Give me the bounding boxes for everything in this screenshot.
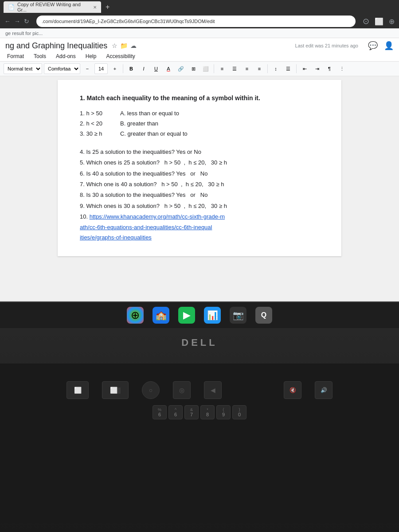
font-size-input[interactable] (94, 63, 108, 74)
question-6: 6. Is 40 a solution to the inequalities?… (80, 168, 319, 179)
question-10: 10. https://www.khanacademy.org/math/cc-… (80, 211, 319, 243)
menu-accessibility[interactable]: Accessibility (104, 52, 137, 60)
number-row: % 6 ^ 6 & 7 * 8 ( 9 ) 0 (153, 405, 246, 419)
align-right-button[interactable]: ≡ (242, 63, 252, 74)
menu-help[interactable]: Help (84, 52, 98, 60)
indent-decrease-button[interactable]: ⇤ (299, 63, 310, 74)
search-result-text: ge result for pic... (5, 31, 43, 36)
dell-logo: DELL (181, 337, 217, 348)
address-bar[interactable]: .com/document/d/19AEp_I-ZeG8Cz8xG6tvIGEo… (36, 16, 356, 27)
back-button[interactable]: ← (4, 18, 11, 25)
khan-academy-link[interactable]: https://www.khanacademy.org/math/cc-sixt… (80, 213, 225, 241)
classroom-icon[interactable]: 🏫 (153, 307, 169, 324)
menu-bar: Format Tools Add-ons Help Accessibility (5, 51, 394, 61)
key-star-8[interactable]: * 8 (200, 405, 215, 419)
more-options-button[interactable]: ⋮ (336, 63, 347, 74)
classroom-logo: 🏫 (156, 310, 167, 321)
question-5: 5. Which ones is 25 a solution? h > 50 ,… (80, 157, 319, 168)
key-vol-down[interactable]: 🔇 (284, 381, 301, 399)
document-content: 1. Match each inequality to the meaning … (0, 76, 399, 301)
extensions-icon[interactable]: ⬜ (375, 17, 383, 26)
address-text: .com/document/d/19AEp_I-ZeG8Cz8xG6tvIGEo… (42, 19, 215, 24)
indent-increase-button[interactable]: ⇥ (312, 63, 322, 74)
formatting-toolbar: Normal text Comfortaa − + B I U A 🔗 ⊞ ⬜ … (0, 62, 399, 76)
docs-icon[interactable]: 📊 (204, 307, 221, 324)
key-amp-7[interactable]: & 7 (184, 405, 199, 419)
new-tab-button[interactable]: + (103, 3, 112, 11)
question-4: 4. Is 25 a solution to the inequalities?… (80, 147, 319, 157)
last-edit-text: Last edit was 21 minutes ago (295, 43, 358, 48)
toolbar-divider-4 (296, 64, 297, 73)
keyboard: ⬜ ⬜|| ○ ◎ ◀ 🔇 🔊 % 6 ^ 6 & (0, 364, 399, 523)
match-section: 1. h > 50 2. h < 20 3. 30 ≥ h A. less th… (80, 109, 319, 139)
table-button[interactable]: ⬜ (200, 63, 211, 74)
match-answer-b: B. greater than (120, 119, 188, 129)
key-percent-6[interactable]: % 6 (153, 405, 167, 419)
tab-title: Copy of REVIEW Writing and Gr... (17, 2, 90, 12)
chrome-icon[interactable]: ⊕ (127, 307, 144, 324)
key-lparen-9[interactable]: ( 9 (216, 405, 231, 419)
menu-tools[interactable]: Tools (32, 52, 48, 60)
question-9: 9. Which ones is 30 a solution? h > 50 ,… (80, 201, 319, 211)
reload-button[interactable]: ↻ (24, 18, 29, 25)
quiz-icon[interactable]: Q (255, 307, 272, 324)
toolbar-divider-3 (267, 64, 268, 73)
font-select[interactable]: Comfortaa (44, 63, 80, 74)
docs-logo: 📊 (207, 310, 218, 321)
share-icon[interactable]: 👤 (384, 41, 394, 51)
quiz-logo: Q (261, 311, 266, 319)
browser-tab[interactable]: 📄 Copy of REVIEW Writing and Gr... ✕ (4, 1, 101, 13)
link-button[interactable]: 🔗 (176, 63, 186, 74)
align-left-button[interactable]: ≡ (217, 63, 227, 74)
font-size-decrease-button[interactable]: − (82, 63, 93, 74)
menu-addons[interactable]: Add-ons (54, 52, 78, 60)
bold-button[interactable]: B (126, 63, 137, 74)
key-back[interactable]: ◀ (204, 381, 222, 399)
match-item-3: 3. 30 ≥ h (80, 129, 102, 139)
font-color-button[interactable]: A (163, 63, 174, 74)
play-logo: ▶ (183, 309, 191, 321)
star-icon[interactable]: ☆ (112, 42, 117, 49)
move-to-folder-icon[interactable]: 📁 (120, 42, 128, 49)
style-select[interactable]: Normal text (4, 63, 42, 74)
image-button[interactable]: ⊞ (188, 63, 199, 74)
key-home[interactable]: ○ (142, 381, 160, 399)
key-vol-up[interactable]: 🔊 (315, 381, 332, 399)
font-size-increase-button[interactable]: + (110, 63, 120, 74)
questions-section: 4. Is 25 a solution to the inequalities?… (80, 147, 319, 243)
user-avatar[interactable]: ⊙ (363, 16, 369, 26)
justify-button[interactable]: ≡ (254, 63, 265, 74)
align-center-button[interactable]: ☰ (229, 63, 240, 74)
key-rparen-0[interactable]: ) 0 (232, 405, 246, 419)
play-icon[interactable]: ▶ (178, 307, 195, 324)
question-7: 7. Which one is 40 a solution? h > 50 , … (80, 179, 319, 189)
key-caret-6[interactable]: ^ 6 (168, 405, 183, 419)
key-search[interactable]: ◎ (173, 381, 191, 399)
key-screen[interactable]: ⬜ (66, 381, 89, 399)
question1-title: 1. Match each inequality to the meaning … (80, 93, 319, 103)
key-task-view[interactable]: ⬜|| (102, 381, 129, 399)
question-8: 8. Is 30 a solution to the inequalities?… (80, 190, 319, 200)
match-right-column: A. less than or equal to B. greater than… (120, 109, 188, 139)
line-spacing-button[interactable]: ↕ (270, 63, 281, 74)
menu-format[interactable]: Format (5, 52, 26, 60)
match-item-2: 2. h < 20 (80, 119, 102, 129)
match-answer-a: A. less than or equal to (120, 109, 188, 118)
list-button[interactable]: ☰ (283, 63, 293, 74)
match-item-1: 1. h > 50 (80, 109, 102, 118)
paragraph-style-button[interactable]: ¶ (324, 63, 335, 74)
taskbar: ⊕ 🏫 ▶ 📊 📷 Q (0, 301, 399, 328)
underline-button[interactable]: U (151, 63, 161, 74)
comments-icon[interactable]: 💬 (368, 41, 378, 51)
camera-icon[interactable]: 📷 (230, 307, 246, 324)
italic-button[interactable]: I (138, 63, 149, 74)
toolbar-divider-2 (214, 64, 214, 73)
cloud-saved-icon[interactable]: ☁ (130, 42, 137, 49)
tab-close-button[interactable]: ✕ (93, 5, 97, 10)
tab-icon: 📄 (8, 4, 15, 10)
menu-icon[interactable]: ⊕ (389, 17, 395, 26)
match-left-column: 1. h > 50 2. h < 20 3. 30 ≥ h (80, 109, 102, 139)
doc-page[interactable]: 1. Match each inequality to the meaning … (58, 80, 341, 256)
match-answer-c: C. greater than or equal to (120, 129, 188, 139)
forward-button[interactable]: → (14, 18, 20, 25)
